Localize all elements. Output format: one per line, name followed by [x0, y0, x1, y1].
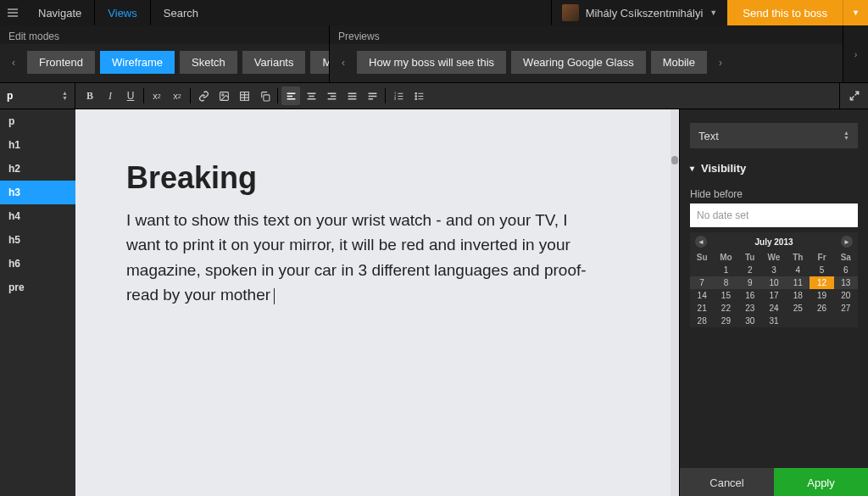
- calendar-day[interactable]: 10: [762, 276, 786, 289]
- ordered-list-icon[interactable]: 123: [389, 86, 408, 105]
- mode-variants[interactable]: Variants: [242, 51, 306, 74]
- table-icon[interactable]: [235, 86, 253, 105]
- calendar-day[interactable]: 21: [690, 302, 714, 315]
- unordered-list-icon[interactable]: [409, 86, 428, 105]
- image-icon[interactable]: [214, 86, 233, 105]
- tag-option-pre[interactable]: pre: [0, 276, 75, 299]
- editor-canvas[interactable]: Breaking I want to show this text on you…: [75, 109, 679, 496]
- calendar-day[interactable]: 11: [786, 276, 810, 289]
- menu-icon[interactable]: [0, 0, 25, 25]
- calendar-day[interactable]: 29: [714, 315, 737, 327]
- collapse-inspector-toggle[interactable]: ›: [843, 25, 868, 82]
- calendar-day[interactable]: 27: [834, 302, 858, 315]
- bold-icon[interactable]: B: [81, 86, 99, 105]
- align-justify-icon[interactable]: [342, 86, 361, 105]
- calendar-day[interactable]: 7: [690, 276, 714, 289]
- format-toolbar: p ▲▼ B I U x2 x2: [0, 82, 868, 109]
- mode-mobile[interactable]: Mobi: [310, 51, 329, 74]
- calendar-day[interactable]: 25: [786, 302, 810, 315]
- tag-option-h3[interactable]: h3: [0, 181, 75, 204]
- underline-icon[interactable]: U: [121, 86, 140, 105]
- svg-point-7: [415, 92, 416, 94]
- calendar-day[interactable]: 6: [834, 264, 858, 276]
- calendar-day[interactable]: 5: [810, 264, 833, 276]
- calendar-day[interactable]: 1: [714, 264, 737, 276]
- align-left-icon[interactable]: [281, 86, 300, 105]
- scroll-left-icon[interactable]: ‹: [5, 57, 22, 69]
- preview-mobile[interactable]: Mobile: [651, 51, 707, 74]
- calendar-day[interactable]: 2: [738, 264, 762, 276]
- nav-search[interactable]: Search: [151, 0, 211, 25]
- document-heading[interactable]: Breaking: [126, 160, 601, 196]
- calendar-day[interactable]: 26: [810, 302, 833, 315]
- send-to-boss-button[interactable]: Send this to boss: [727, 0, 843, 25]
- fullscreen-icon[interactable]: [839, 83, 868, 109]
- subscript-icon[interactable]: x2: [147, 86, 166, 105]
- prev-month-icon[interactable]: ◄: [695, 236, 707, 248]
- calendar-day[interactable]: 14: [690, 289, 714, 302]
- link-icon[interactable]: [194, 86, 213, 105]
- svg-point-8: [415, 95, 416, 97]
- chevron-down-icon: ▼: [709, 8, 717, 17]
- calendar-day[interactable]: 20: [834, 289, 858, 302]
- calendar-day[interactable]: 15: [714, 289, 737, 302]
- calendar-day: [690, 264, 714, 276]
- tag-select[interactable]: p ▲▼: [0, 83, 75, 109]
- superscript-icon[interactable]: x2: [168, 86, 186, 105]
- calendar-day-header: Th: [786, 251, 810, 264]
- align-right-icon[interactable]: [322, 86, 341, 105]
- calendar-day[interactable]: 30: [738, 315, 762, 327]
- tag-option-h2[interactable]: h2: [0, 157, 75, 181]
- calendar-day[interactable]: 31: [762, 315, 786, 327]
- mode-frontend[interactable]: Frontend: [27, 51, 95, 74]
- calendar-day[interactable]: 3: [762, 264, 786, 276]
- scrollbar-vertical[interactable]: [670, 109, 679, 496]
- tag-option-p[interactable]: p: [0, 109, 75, 133]
- copy-icon[interactable]: [255, 86, 274, 105]
- tag-option-h5[interactable]: h5: [0, 228, 75, 252]
- calendar-day[interactable]: 18: [786, 289, 810, 302]
- align-left-short-icon[interactable]: [363, 86, 381, 105]
- calendar-day[interactable]: 8: [714, 276, 737, 289]
- italic-icon[interactable]: I: [101, 86, 120, 105]
- user-menu[interactable]: Mihály Csíkszentmihályi ▼: [551, 0, 728, 25]
- calendar-day[interactable]: 23: [738, 302, 762, 315]
- scroll-right-icon[interactable]: ›: [712, 57, 729, 69]
- tag-option-h1[interactable]: h1: [0, 133, 75, 157]
- tag-option-h6[interactable]: h6: [0, 252, 75, 276]
- scroll-thumb[interactable]: [671, 156, 678, 164]
- chevron-down-icon: ▾: [690, 164, 694, 173]
- calendar-day[interactable]: 24: [762, 302, 786, 315]
- nav-navigate[interactable]: Navigate: [25, 0, 95, 25]
- calendar-day: [834, 315, 858, 327]
- document-body[interactable]: I want to show this text on your wrist w…: [126, 208, 601, 308]
- mode-wireframe[interactable]: Wireframe: [100, 51, 175, 74]
- calendar-day[interactable]: 17: [762, 289, 786, 302]
- preview-boss[interactable]: How my boss will see this: [357, 51, 506, 74]
- calendar-day[interactable]: 4: [786, 264, 810, 276]
- nav-views[interactable]: Views: [95, 0, 150, 25]
- align-center-icon[interactable]: [302, 86, 320, 105]
- inspector-type-value: Text: [698, 130, 719, 142]
- send-to-boss-dropdown[interactable]: ▼: [843, 0, 868, 25]
- calendar-day[interactable]: 28: [690, 315, 714, 327]
- calendar-day-header: Su: [690, 251, 714, 264]
- inspector-type-select[interactable]: Text ▲▼: [690, 123, 858, 148]
- hide-before-input[interactable]: No date set: [690, 203, 858, 227]
- tag-option-h4[interactable]: h4: [0, 204, 75, 228]
- visibility-section-label: Visibility: [701, 162, 746, 175]
- top-navbar: Navigate Views Search Mihály Csíkszentmi…: [0, 0, 868, 25]
- calendar-day[interactable]: 12: [810, 276, 833, 289]
- calendar-day[interactable]: 19: [810, 289, 833, 302]
- calendar-day[interactable]: 22: [714, 302, 737, 315]
- preview-glass[interactable]: Wearing Google Glass: [511, 51, 646, 74]
- apply-button[interactable]: Apply: [774, 468, 868, 496]
- visibility-section-toggle[interactable]: ▾ Visibility: [680, 157, 868, 180]
- calendar-day[interactable]: 13: [834, 276, 858, 289]
- next-month-icon[interactable]: ►: [841, 236, 853, 248]
- calendar-day[interactable]: 9: [738, 276, 762, 289]
- cancel-button[interactable]: Cancel: [680, 468, 774, 496]
- scroll-left-icon[interactable]: ‹: [335, 57, 352, 69]
- calendar-day[interactable]: 16: [738, 289, 762, 302]
- mode-sketch[interactable]: Sketch: [180, 51, 237, 74]
